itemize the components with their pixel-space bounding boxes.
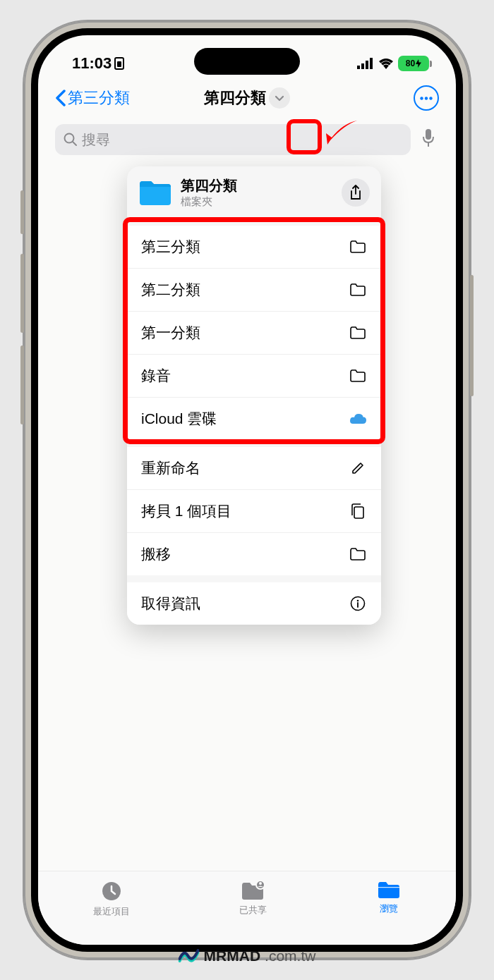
menu-item-icloud[interactable]: iCloud 雲碟 [127,397,381,440]
menu-item-folder[interactable]: 第一分類 [127,311,381,354]
side-button [20,190,24,234]
folder-outline-icon [349,367,367,385]
tab-bar: 最近項目 已共享 瀏覽 [38,871,456,945]
menu-item-folder[interactable]: 第二分類 [127,268,381,311]
ellipsis-icon [420,97,433,100]
svg-rect-20 [378,887,399,888]
folder-outline-icon [349,238,367,256]
tab-label: 瀏覽 [380,902,398,915]
menu-label: 錄音 [141,366,171,386]
time-text: 11:03 [72,54,112,73]
annotation-arrow-icon [325,116,361,146]
more-button[interactable] [414,85,439,111]
menu-label: 取得資訊 [141,594,200,613]
status-icons: 80 [357,56,429,71]
actions-group: 重新命名 拷貝 1 個項目 搬移 [127,447,381,575]
folder-icon [376,880,402,900]
icloud-icon [349,410,367,428]
svg-point-8 [429,97,432,99]
battery-icon: 80 [398,56,429,71]
folder-outline-icon [349,324,367,342]
tab-shared[interactable]: 已共享 [239,880,267,917]
svg-point-6 [420,97,423,99]
chevron-left-icon [55,90,66,106]
power-button [470,275,474,396]
menu-label: 第一分類 [141,323,200,343]
menu-label: 拷貝 1 個項目 [141,501,231,521]
nav-bar: 第三分類 第四分類 [38,78,456,118]
folder-group: 第三分類 第二分類 第一分類 錄音 iCloud 雲碟 [127,226,381,440]
svg-rect-11 [426,129,431,140]
search-row: 搜尋 [38,118,456,161]
folder-icon [138,178,172,207]
phone-screen: 11:03 80 第三分類 第四分類 [31,28,463,952]
tab-label: 最近項目 [93,905,130,918]
nav-title[interactable]: 第四分類 [204,87,290,109]
volume-up-button [20,254,24,333]
status-time: 11:03 [72,54,124,73]
phone-frame: 11:03 80 第三分類 第四分類 [24,21,470,959]
copy-icon [349,502,367,520]
volume-down-button [20,345,24,424]
back-button[interactable]: 第三分類 [55,87,130,109]
search-icon [64,133,78,147]
panel-header-text: 第四分類 檔案夾 [181,176,333,209]
svg-point-19 [259,882,262,885]
wifi-icon [378,58,394,69]
watermark-brand: MRMAD [204,948,260,964]
share-icon [349,185,362,200]
svg-rect-2 [357,66,360,69]
menu-item-rename[interactable]: 重新命名 [127,447,381,489]
chevron-down-icon[interactable] [269,87,290,109]
menu-item-folder[interactable]: 第三分類 [127,226,381,268]
menu-item-move[interactable]: 搬移 [127,532,381,575]
watermark-domain: .com.tw [265,948,315,964]
sim-icon [114,57,124,70]
svg-point-7 [425,97,428,99]
pencil-icon [349,459,367,477]
cellular-icon [357,58,374,69]
back-label: 第三分類 [68,87,130,109]
notch [194,48,300,75]
panel-title: 第四分類 [181,176,333,195]
folder-outline-icon [349,545,367,563]
mic-button[interactable] [418,129,439,150]
menu-label: 第三分類 [141,237,200,257]
shared-folder-icon [239,880,266,901]
folder-outline-icon [349,281,367,299]
svg-point-15 [357,600,359,602]
tab-browse[interactable]: 瀏覽 [376,880,402,915]
menu-label: 搬移 [141,544,171,564]
battery-level: 80 [406,59,415,68]
watermark: MRMAD.com.tw [179,948,316,964]
menu-label: 重新命名 [141,458,200,478]
panel-subtitle: 檔案夾 [181,195,333,209]
svg-rect-3 [361,63,364,69]
mic-icon [422,129,435,147]
annotation-highlight-chevron [287,119,322,154]
search-placeholder: 搜尋 [82,130,110,149]
panel-header: 第四分類 檔案夾 [127,166,381,219]
menu-item-folder[interactable]: 錄音 [127,354,381,397]
svg-rect-4 [366,61,368,69]
tab-label: 已共享 [239,904,267,917]
menu-label: iCloud 雲碟 [141,409,217,429]
menu-label: 第二分類 [141,280,200,300]
svg-rect-13 [354,507,363,518]
tab-recent[interactable]: 最近項目 [93,880,130,918]
nav-title-text: 第四分類 [204,87,266,109]
dropdown-panel: 第四分類 檔案夾 第三分類 第二分類 第一分類 [127,166,381,625]
info-group: 取得資訊 [127,582,381,625]
svg-rect-5 [370,58,373,69]
clock-icon [100,880,123,902]
share-button[interactable] [342,178,370,207]
svg-line-10 [73,142,76,145]
menu-item-info[interactable]: 取得資訊 [127,582,381,625]
svg-rect-1 [117,61,121,67]
watermark-logo-icon [179,948,200,964]
menu-item-copy[interactable]: 拷貝 1 個項目 [127,489,381,532]
info-icon [349,594,367,613]
